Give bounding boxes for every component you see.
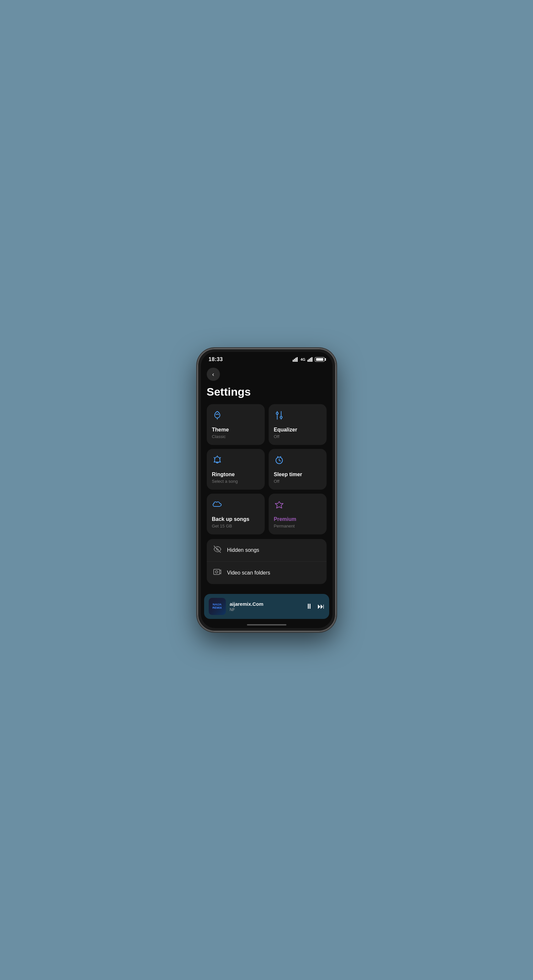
ringtone-subtitle: Select a song: [212, 479, 259, 484]
track-info: aijaremix.Com NF: [230, 601, 302, 612]
premium-subtitle: Permanent: [274, 523, 321, 528]
sleep-timer-title: Sleep timer: [274, 472, 321, 477]
hidden-songs-icon: [213, 545, 222, 555]
video-scan-icon: [213, 568, 222, 578]
equalizer-card[interactable]: Equalizer Off: [269, 404, 327, 445]
svg-rect-5: [309, 359, 310, 362]
svg-rect-2: [295, 358, 296, 362]
sleep-timer-card[interactable]: Sleep timer Off: [269, 449, 327, 490]
svg-rect-6: [310, 358, 311, 362]
premium-title: Premium: [274, 516, 321, 522]
signal2-icon: [308, 357, 313, 362]
album-art-inner: NAIJAREMIX: [209, 598, 226, 615]
theme-icon: [212, 410, 259, 423]
equalizer-icon: [274, 410, 321, 423]
ringtone-card[interactable]: Ringtone Select a song: [207, 449, 265, 490]
back-arrow-icon: ‹: [212, 371, 214, 377]
status-icons: 4G: [293, 357, 325, 362]
home-indicator: [201, 622, 332, 628]
album-art: NAIJAREMIX: [209, 598, 226, 615]
notch: [247, 352, 286, 361]
list-section: Hidden songs Video scan folders: [207, 539, 327, 584]
svg-rect-1: [294, 359, 295, 362]
theme-subtitle: Classic: [212, 434, 259, 439]
track-title: aijaremix.Com: [230, 601, 302, 607]
phone-frame: 18:33 4G: [198, 348, 336, 632]
battery-icon: [315, 357, 325, 362]
premium-card[interactable]: Premium Permanent: [269, 494, 327, 535]
svg-rect-4: [308, 360, 308, 362]
scroll-content[interactable]: ‹ Settings Theme Classic: [201, 364, 332, 594]
video-scan-label: Video scan folders: [227, 570, 270, 576]
page-title: Settings: [207, 385, 327, 398]
track-artist: NF: [230, 608, 302, 612]
backup-card[interactable]: Back up songs Get 15 GB: [207, 494, 265, 535]
sleep-timer-subtitle: Off: [274, 479, 321, 484]
backup-title: Back up songs: [212, 516, 259, 522]
premium-icon: [274, 500, 321, 512]
skip-forward-button[interactable]: ⏭: [318, 603, 325, 610]
signal-icon: [293, 357, 298, 362]
now-playing-bar[interactable]: NAIJAREMIX aijaremix.Com NF ⏸ ⏭: [204, 594, 329, 619]
ringtone-icon: [212, 455, 259, 468]
battery-fill: [316, 358, 323, 361]
screen: 18:33 4G: [201, 352, 332, 628]
settings-grid: Theme Classic: [207, 404, 327, 535]
network-type: 4G: [300, 358, 305, 361]
equalizer-title: Equalizer: [274, 427, 321, 433]
backup-icon: [212, 500, 259, 512]
svg-rect-7: [311, 357, 313, 362]
equalizer-subtitle: Off: [274, 434, 321, 439]
svg-rect-15: [214, 569, 220, 574]
svg-rect-0: [293, 360, 294, 362]
video-scan-item[interactable]: Video scan folders: [207, 562, 327, 584]
hidden-songs-item[interactable]: Hidden songs: [207, 539, 327, 562]
player-controls: ⏸ ⏭: [305, 603, 325, 610]
hidden-songs-label: Hidden songs: [227, 547, 259, 553]
svg-rect-3: [297, 357, 298, 362]
theme-card[interactable]: Theme Classic: [207, 404, 265, 445]
album-logo: NAIJAREMIX: [212, 603, 222, 610]
back-button[interactable]: ‹: [207, 368, 220, 381]
backup-subtitle: Get 15 GB: [212, 523, 259, 528]
theme-title: Theme: [212, 427, 259, 433]
home-bar: [247, 624, 286, 625]
sleep-timer-icon: [274, 455, 321, 468]
status-time: 18:33: [209, 356, 223, 363]
ringtone-title: Ringtone: [212, 472, 259, 477]
pause-button[interactable]: ⏸: [305, 603, 313, 610]
